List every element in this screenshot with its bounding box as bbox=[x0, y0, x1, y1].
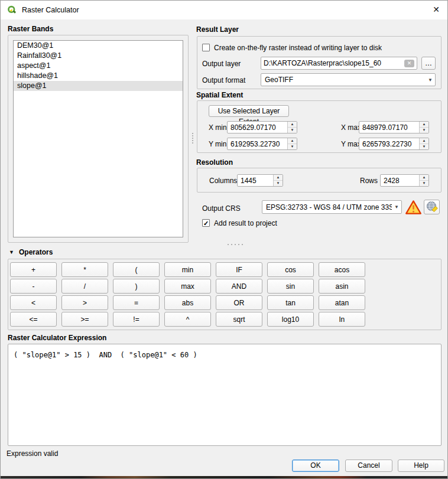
ok-button[interactable]: OK bbox=[292, 460, 339, 472]
add-result-label: Add result to project bbox=[214, 219, 277, 227]
rows-label: Rows bbox=[360, 177, 378, 185]
operator-button-sin[interactable]: sin bbox=[267, 279, 314, 294]
resolution-heading: Resolution bbox=[196, 158, 233, 167]
spin-down-icon[interactable]: ▼ bbox=[288, 144, 297, 149]
operator-button-*[interactable]: * bbox=[61, 262, 108, 277]
y-min-spinbox[interactable]: 6192953.22730 ▲▼ bbox=[227, 138, 297, 150]
output-crs-select[interactable]: EPSG:32733 - WGS 84 / UTM zone 33S ▼ bbox=[262, 200, 402, 214]
y-min-value: 6192953.22730 bbox=[228, 140, 287, 148]
operator-button-<=[interactable]: <= bbox=[10, 312, 57, 327]
raster-band-item[interactable]: hillshade@1 bbox=[14, 71, 183, 81]
columns-value: 1445 bbox=[238, 177, 273, 185]
output-layer-input[interactable]: D:\KARTOZA\Rasterprac\slope15_60 ✕ bbox=[261, 57, 417, 70]
help-button[interactable]: Help bbox=[398, 460, 444, 472]
title-bar: Raster Calculator ✕ bbox=[1, 1, 447, 19]
browse-output-button[interactable]: … bbox=[421, 57, 436, 70]
operator-button-log10[interactable]: log10 bbox=[267, 312, 314, 327]
spin-down-icon[interactable]: ▼ bbox=[420, 144, 428, 149]
columns-label: Columns bbox=[209, 177, 237, 185]
select-crs-button[interactable] bbox=[424, 200, 440, 214]
operator-button-tan[interactable]: tan bbox=[267, 295, 314, 310]
spin-up-icon[interactable]: ▲ bbox=[288, 122, 297, 128]
on-the-fly-label: Create on-the-fly raster instead of writ… bbox=[214, 44, 382, 52]
x-max-value: 848979.07170 bbox=[359, 123, 419, 132]
operator-button-max[interactable]: max bbox=[164, 279, 211, 294]
operator-button-OR[interactable]: OR bbox=[216, 295, 262, 310]
raster-band-item[interactable]: slope@1 bbox=[14, 81, 183, 91]
operator-button-IF[interactable]: IF bbox=[216, 262, 262, 277]
vertical-splitter-handle[interactable] bbox=[191, 132, 194, 145]
raster-band-item[interactable]: Rainfall30@1 bbox=[14, 51, 183, 61]
close-icon[interactable]: ✕ bbox=[427, 2, 445, 17]
spin-down-icon[interactable]: ▼ bbox=[288, 128, 297, 133]
window-title: Raster Calculator bbox=[22, 6, 79, 14]
operator-button-)[interactable]: ) bbox=[113, 279, 160, 294]
operators-grid: +*(minIFcosacos-/)maxANDsinasin<>=absORt… bbox=[10, 262, 365, 327]
rows-value: 2428 bbox=[381, 177, 419, 185]
operator-button-atan[interactable]: atan bbox=[319, 295, 365, 310]
y-max-spinbox[interactable]: 6265793.22730 ▲▼ bbox=[359, 138, 429, 150]
add-result-checkbox[interactable]: ✓ bbox=[202, 219, 210, 227]
operator-button-sqrt[interactable]: sqrt bbox=[216, 312, 262, 327]
operator-button-([interactable]: ( bbox=[113, 262, 160, 277]
qgis-logo-icon bbox=[7, 5, 17, 15]
raster-bands-heading: Raster Bands bbox=[8, 25, 53, 33]
on-the-fly-checkbox[interactable] bbox=[202, 44, 210, 51]
use-selected-layer-extent-button[interactable]: Use Selected Layer Extent bbox=[209, 105, 289, 117]
x-min-spinbox[interactable]: 805629.07170 ▲▼ bbox=[227, 121, 297, 133]
operator-button-^[interactable]: ^ bbox=[164, 312, 211, 327]
spin-up-icon[interactable]: ▲ bbox=[420, 175, 428, 181]
rows-spinbox[interactable]: 2428 ▲▼ bbox=[380, 174, 429, 187]
output-format-label: Output format bbox=[202, 76, 245, 84]
operator-button-=[interactable]: = bbox=[113, 295, 160, 310]
clear-text-icon[interactable]: ✕ bbox=[404, 60, 414, 67]
background-window-edge bbox=[1, 476, 447, 479]
output-layer-value: D:\KARTOZA\Rasterprac\slope15_60 bbox=[264, 59, 404, 67]
horizontal-splitter-handle[interactable] bbox=[226, 243, 244, 246]
chevron-down-icon: ▼ bbox=[426, 77, 433, 83]
operator-button-!=[interactable]: != bbox=[113, 312, 160, 327]
operator-button-+[interactable]: + bbox=[10, 262, 57, 277]
operator-button->=[interactable]: >= bbox=[61, 312, 108, 327]
spin-up-icon[interactable]: ▲ bbox=[274, 175, 283, 181]
spin-up-icon[interactable]: ▲ bbox=[420, 138, 428, 144]
globe-edit-icon bbox=[424, 200, 439, 214]
cancel-button[interactable]: Cancel bbox=[345, 460, 392, 472]
operator-button-asin[interactable]: asin bbox=[319, 279, 365, 294]
raster-band-item[interactable]: aspect@1 bbox=[14, 61, 183, 71]
spin-up-icon[interactable]: ▲ bbox=[420, 122, 428, 128]
x-min-value: 805629.07170 bbox=[228, 123, 287, 132]
y-min-label: Y min bbox=[209, 140, 226, 148]
operator-button-<[interactable]: < bbox=[10, 295, 57, 310]
y-max-label: Y max bbox=[341, 140, 361, 148]
raster-bands-list[interactable]: DEM30@1Rainfall30@1aspect@1hillshade@1sl… bbox=[13, 40, 183, 237]
output-format-value: GeoTIFF bbox=[265, 76, 426, 84]
spin-down-icon[interactable]: ▼ bbox=[274, 181, 283, 186]
operator-button-min[interactable]: min bbox=[164, 262, 211, 277]
output-crs-value: EPSG:32733 - WGS 84 / UTM zone 33S bbox=[266, 203, 392, 211]
operators-heading: Operators bbox=[19, 248, 53, 256]
operator-button-cos[interactable]: cos bbox=[267, 262, 314, 277]
x-max-spinbox[interactable]: 848979.07170 ▲▼ bbox=[359, 121, 429, 133]
operator-button->[interactable]: > bbox=[61, 295, 108, 310]
collapse-triangle-icon[interactable]: ▼ bbox=[9, 249, 14, 255]
expression-textarea[interactable]: ( "slope@1" > 15 ) AND ( "slope@1" < 60 … bbox=[8, 344, 441, 446]
columns-spinbox[interactable]: 1445 ▲▼ bbox=[237, 174, 283, 187]
operator-button-acos[interactable]: acos bbox=[319, 262, 365, 277]
output-format-select[interactable]: GeoTIFF ▼ bbox=[261, 73, 436, 86]
spatial-extent-heading: Spatial Extent bbox=[196, 91, 243, 99]
raster-calculator-dialog: Raster Calculator ✕ Raster Bands DEM30@1… bbox=[0, 0, 448, 479]
spin-down-icon[interactable]: ▼ bbox=[420, 128, 428, 133]
operator-button-AND[interactable]: AND bbox=[216, 279, 262, 294]
operator-button--[interactable]: - bbox=[10, 279, 57, 294]
expression-heading: Raster Calculator Expression bbox=[8, 334, 106, 342]
x-min-label: X min bbox=[209, 123, 227, 132]
spin-up-icon[interactable]: ▲ bbox=[288, 138, 297, 144]
operator-button-abs[interactable]: abs bbox=[164, 295, 211, 310]
output-layer-label: Output layer bbox=[202, 60, 241, 68]
raster-band-item[interactable]: DEM30@1 bbox=[14, 41, 183, 51]
crs-warning-icon bbox=[405, 200, 422, 215]
operator-button-ln[interactable]: ln bbox=[319, 312, 365, 327]
operator-button-/[interactable]: / bbox=[61, 279, 108, 294]
spin-down-icon[interactable]: ▼ bbox=[420, 181, 428, 186]
